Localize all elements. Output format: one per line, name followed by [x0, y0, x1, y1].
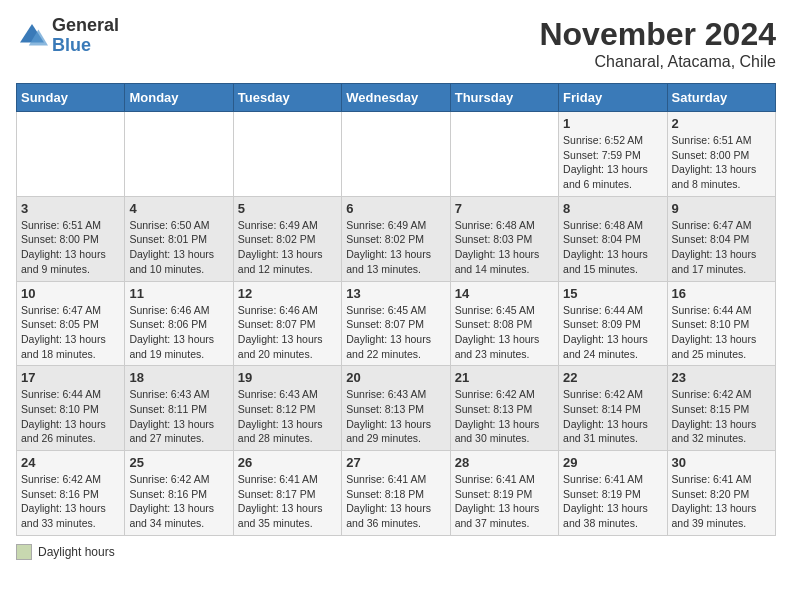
- day-number: 8: [563, 201, 662, 216]
- day-info: Sunrise: 6:41 AM Sunset: 8:19 PM Dayligh…: [455, 472, 554, 531]
- day-cell: 18Sunrise: 6:43 AM Sunset: 8:11 PM Dayli…: [125, 366, 233, 451]
- day-info: Sunrise: 6:50 AM Sunset: 8:01 PM Dayligh…: [129, 218, 228, 277]
- day-info: Sunrise: 6:42 AM Sunset: 8:14 PM Dayligh…: [563, 387, 662, 446]
- day-number: 7: [455, 201, 554, 216]
- day-number: 5: [238, 201, 337, 216]
- week-row-4: 17Sunrise: 6:44 AM Sunset: 8:10 PM Dayli…: [17, 366, 776, 451]
- day-cell: 12Sunrise: 6:46 AM Sunset: 8:07 PM Dayli…: [233, 281, 341, 366]
- day-cell: [233, 112, 341, 197]
- day-number: 6: [346, 201, 445, 216]
- day-cell: 8Sunrise: 6:48 AM Sunset: 8:04 PM Daylig…: [559, 196, 667, 281]
- header-cell-wednesday: Wednesday: [342, 84, 450, 112]
- day-info: Sunrise: 6:47 AM Sunset: 8:05 PM Dayligh…: [21, 303, 120, 362]
- day-number: 24: [21, 455, 120, 470]
- header-cell-thursday: Thursday: [450, 84, 558, 112]
- day-number: 2: [672, 116, 771, 131]
- day-number: 30: [672, 455, 771, 470]
- day-info: Sunrise: 6:41 AM Sunset: 8:19 PM Dayligh…: [563, 472, 662, 531]
- page-header: General Blue November 2024 Chanaral, Ata…: [16, 16, 776, 71]
- page-subtitle: Chanaral, Atacama, Chile: [539, 53, 776, 71]
- day-number: 15: [563, 286, 662, 301]
- day-cell: 19Sunrise: 6:43 AM Sunset: 8:12 PM Dayli…: [233, 366, 341, 451]
- day-number: 9: [672, 201, 771, 216]
- day-cell: [342, 112, 450, 197]
- day-cell: 1Sunrise: 6:52 AM Sunset: 7:59 PM Daylig…: [559, 112, 667, 197]
- week-row-1: 1Sunrise: 6:52 AM Sunset: 7:59 PM Daylig…: [17, 112, 776, 197]
- day-info: Sunrise: 6:44 AM Sunset: 8:09 PM Dayligh…: [563, 303, 662, 362]
- logo-blue: Blue: [52, 36, 119, 56]
- header-row: SundayMondayTuesdayWednesdayThursdayFrid…: [17, 84, 776, 112]
- header-cell-tuesday: Tuesday: [233, 84, 341, 112]
- day-number: 16: [672, 286, 771, 301]
- week-row-2: 3Sunrise: 6:51 AM Sunset: 8:00 PM Daylig…: [17, 196, 776, 281]
- day-info: Sunrise: 6:42 AM Sunset: 8:16 PM Dayligh…: [21, 472, 120, 531]
- day-number: 26: [238, 455, 337, 470]
- day-number: 4: [129, 201, 228, 216]
- day-number: 25: [129, 455, 228, 470]
- day-number: 13: [346, 286, 445, 301]
- day-cell: 4Sunrise: 6:50 AM Sunset: 8:01 PM Daylig…: [125, 196, 233, 281]
- day-info: Sunrise: 6:42 AM Sunset: 8:15 PM Dayligh…: [672, 387, 771, 446]
- header-cell-saturday: Saturday: [667, 84, 775, 112]
- week-row-5: 24Sunrise: 6:42 AM Sunset: 8:16 PM Dayli…: [17, 451, 776, 536]
- day-info: Sunrise: 6:47 AM Sunset: 8:04 PM Dayligh…: [672, 218, 771, 277]
- day-cell: 23Sunrise: 6:42 AM Sunset: 8:15 PM Dayli…: [667, 366, 775, 451]
- calendar-header: SundayMondayTuesdayWednesdayThursdayFrid…: [17, 84, 776, 112]
- day-info: Sunrise: 6:45 AM Sunset: 8:07 PM Dayligh…: [346, 303, 445, 362]
- legend-box: [16, 544, 32, 560]
- day-cell: [125, 112, 233, 197]
- day-cell: 29Sunrise: 6:41 AM Sunset: 8:19 PM Dayli…: [559, 451, 667, 536]
- day-number: 1: [563, 116, 662, 131]
- day-cell: 26Sunrise: 6:41 AM Sunset: 8:17 PM Dayli…: [233, 451, 341, 536]
- day-info: Sunrise: 6:44 AM Sunset: 8:10 PM Dayligh…: [672, 303, 771, 362]
- day-cell: 28Sunrise: 6:41 AM Sunset: 8:19 PM Dayli…: [450, 451, 558, 536]
- day-number: 18: [129, 370, 228, 385]
- day-info: Sunrise: 6:46 AM Sunset: 8:07 PM Dayligh…: [238, 303, 337, 362]
- day-info: Sunrise: 6:41 AM Sunset: 8:17 PM Dayligh…: [238, 472, 337, 531]
- day-number: 11: [129, 286, 228, 301]
- day-info: Sunrise: 6:44 AM Sunset: 8:10 PM Dayligh…: [21, 387, 120, 446]
- day-number: 29: [563, 455, 662, 470]
- logo: General Blue: [16, 16, 119, 56]
- day-info: Sunrise: 6:41 AM Sunset: 8:18 PM Dayligh…: [346, 472, 445, 531]
- day-cell: 15Sunrise: 6:44 AM Sunset: 8:09 PM Dayli…: [559, 281, 667, 366]
- day-number: 28: [455, 455, 554, 470]
- header-cell-friday: Friday: [559, 84, 667, 112]
- day-info: Sunrise: 6:42 AM Sunset: 8:13 PM Dayligh…: [455, 387, 554, 446]
- week-row-3: 10Sunrise: 6:47 AM Sunset: 8:05 PM Dayli…: [17, 281, 776, 366]
- day-info: Sunrise: 6:43 AM Sunset: 8:13 PM Dayligh…: [346, 387, 445, 446]
- logo-text: General Blue: [52, 16, 119, 56]
- day-info: Sunrise: 6:42 AM Sunset: 8:16 PM Dayligh…: [129, 472, 228, 531]
- title-block: November 2024 Chanaral, Atacama, Chile: [539, 16, 776, 71]
- day-info: Sunrise: 6:49 AM Sunset: 8:02 PM Dayligh…: [238, 218, 337, 277]
- day-info: Sunrise: 6:49 AM Sunset: 8:02 PM Dayligh…: [346, 218, 445, 277]
- day-cell: 2Sunrise: 6:51 AM Sunset: 8:00 PM Daylig…: [667, 112, 775, 197]
- legend-label: Daylight hours: [38, 545, 115, 559]
- day-number: 3: [21, 201, 120, 216]
- day-info: Sunrise: 6:43 AM Sunset: 8:12 PM Dayligh…: [238, 387, 337, 446]
- day-cell: 21Sunrise: 6:42 AM Sunset: 8:13 PM Dayli…: [450, 366, 558, 451]
- day-cell: 7Sunrise: 6:48 AM Sunset: 8:03 PM Daylig…: [450, 196, 558, 281]
- header-cell-sunday: Sunday: [17, 84, 125, 112]
- day-cell: 17Sunrise: 6:44 AM Sunset: 8:10 PM Dayli…: [17, 366, 125, 451]
- day-number: 21: [455, 370, 554, 385]
- day-info: Sunrise: 6:52 AM Sunset: 7:59 PM Dayligh…: [563, 133, 662, 192]
- day-number: 23: [672, 370, 771, 385]
- day-cell: 9Sunrise: 6:47 AM Sunset: 8:04 PM Daylig…: [667, 196, 775, 281]
- day-cell: 6Sunrise: 6:49 AM Sunset: 8:02 PM Daylig…: [342, 196, 450, 281]
- logo-general: General: [52, 16, 119, 36]
- day-info: Sunrise: 6:48 AM Sunset: 8:04 PM Dayligh…: [563, 218, 662, 277]
- day-number: 22: [563, 370, 662, 385]
- day-cell: 30Sunrise: 6:41 AM Sunset: 8:20 PM Dayli…: [667, 451, 775, 536]
- calendar-body: 1Sunrise: 6:52 AM Sunset: 7:59 PM Daylig…: [17, 112, 776, 536]
- day-info: Sunrise: 6:45 AM Sunset: 8:08 PM Dayligh…: [455, 303, 554, 362]
- day-number: 20: [346, 370, 445, 385]
- logo-icon: [16, 20, 48, 52]
- day-cell: 22Sunrise: 6:42 AM Sunset: 8:14 PM Dayli…: [559, 366, 667, 451]
- day-cell: 3Sunrise: 6:51 AM Sunset: 8:00 PM Daylig…: [17, 196, 125, 281]
- day-cell: 27Sunrise: 6:41 AM Sunset: 8:18 PM Dayli…: [342, 451, 450, 536]
- day-number: 10: [21, 286, 120, 301]
- page-title: November 2024: [539, 16, 776, 53]
- day-info: Sunrise: 6:51 AM Sunset: 8:00 PM Dayligh…: [21, 218, 120, 277]
- day-cell: 11Sunrise: 6:46 AM Sunset: 8:06 PM Dayli…: [125, 281, 233, 366]
